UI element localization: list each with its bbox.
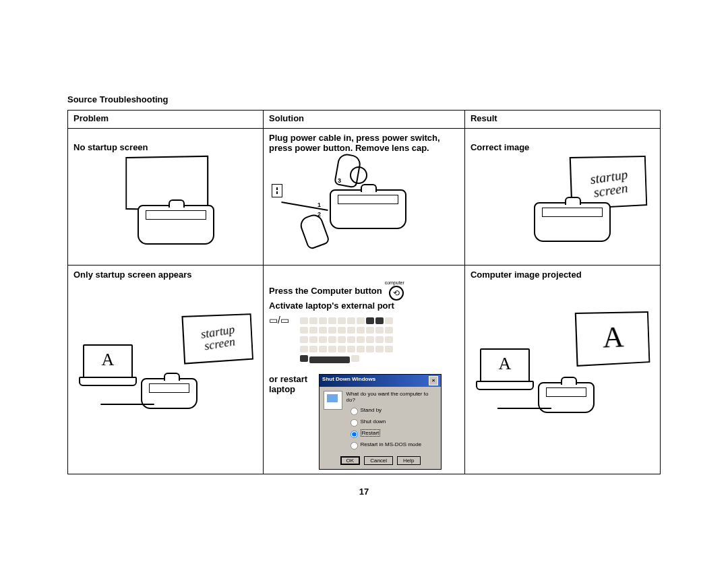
problem-1-text: No startup screen [73, 142, 257, 152]
section-title: Source Troubleshooting [67, 94, 661, 104]
solution-2-line2: Activate laptop's external port [269, 301, 459, 311]
col-solution: Solution [264, 111, 465, 129]
cable-illustration [497, 408, 551, 409]
result-2-text: Computer image projected [471, 270, 655, 280]
dialog-monitor-icon [324, 391, 342, 410]
startup-screen-illustration: startup screen [181, 313, 253, 364]
solution-2-line1: Press the Computer button [269, 286, 382, 296]
projector-illustration [138, 205, 214, 245]
projected-screen-illustration: A [575, 311, 650, 367]
dialog-cancel-button[interactable]: Cancel [364, 456, 393, 465]
cell-problem-2: Only startup screen appears startup scre… [68, 266, 264, 474]
laptop-screen-letter: A [84, 346, 131, 370]
cable-illustration [100, 404, 154, 405]
table-row: Only startup screen appears startup scre… [68, 266, 661, 474]
startup-screen-text: startup screen [182, 311, 253, 355]
dialog-help-button[interactable]: Help [397, 456, 420, 465]
outlet-icon [272, 184, 282, 197]
dialog-title: Shut Down Windows [322, 376, 375, 385]
dialog-opt-restart[interactable]: Restart [346, 428, 437, 439]
hand-illustration [298, 212, 330, 251]
solution-1-text: Plug power cable in, press power switch,… [269, 133, 459, 153]
col-result: Result [464, 111, 660, 129]
result-1-text: Correct image [471, 142, 655, 152]
cell-result-1: Correct image startup screen [464, 129, 660, 266]
dialog-prompt: What do you want the computer to do? [346, 391, 437, 403]
computer-button-label: computer [385, 280, 404, 285]
projector-illustration [534, 202, 611, 242]
startup-screen-text: startup screen [569, 154, 647, 202]
close-icon[interactable]: × [429, 376, 438, 385]
page-number: 17 [67, 487, 661, 497]
troubleshooting-table: Problem Solution Result No startup scree… [67, 110, 661, 474]
cell-problem-1: No startup screen [68, 129, 264, 266]
projector-illustration [330, 189, 406, 229]
table-row: No startup screen Plug power cable in, p… [68, 129, 661, 266]
solution-2-or-restart: or restart laptop [269, 374, 312, 394]
lens-cap-icon [350, 166, 367, 184]
dialog-opt-msdos[interactable]: Restart in MS-DOS mode [346, 439, 437, 450]
monitor-toggle-icon: ▭/▭ [269, 315, 289, 325]
laptop-illustration: A [480, 348, 530, 385]
laptop-screen-letter: A [481, 350, 528, 374]
col-problem: Problem [68, 111, 264, 129]
cell-result-2: Computer image projected A A [464, 266, 660, 474]
dialog-opt-standby[interactable]: Stand by [346, 405, 437, 416]
dialog-ok-button[interactable]: OK [340, 456, 361, 465]
projected-letter: A [576, 313, 648, 356]
laptop-illustration: A [83, 344, 133, 381]
computer-button-icon: ⟲ [389, 286, 404, 301]
cell-solution-1: Plug power cable in, press power switch,… [264, 129, 465, 266]
problem-2-text: Only startup screen appears [73, 270, 257, 280]
step-2: 2 [317, 211, 321, 218]
step-3: 3 [338, 177, 341, 184]
cable-illustration [281, 201, 328, 211]
shutdown-dialog: Shut Down Windows × What do you want the… [319, 374, 442, 470]
blank-screen-illustration [125, 156, 208, 211]
dialog-opt-shutdown[interactable]: Shut down [346, 416, 437, 427]
cell-solution-2: Press the Computer button computer ⟲ Act… [264, 266, 465, 474]
keyboard-illustration [297, 315, 411, 367]
